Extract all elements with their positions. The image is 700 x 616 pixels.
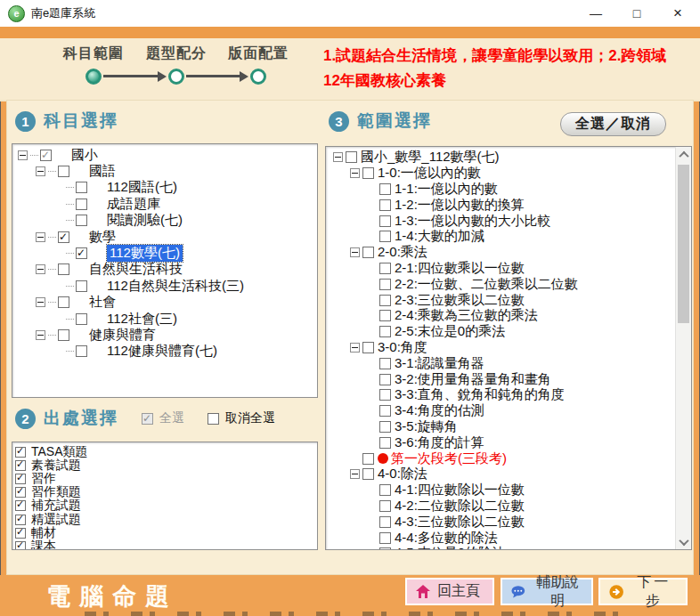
tree-checkbox[interactable] <box>76 215 87 226</box>
range-tree-row[interactable]: 第一次段考(三段考) <box>326 450 676 466</box>
tree-label[interactable]: 閱讀測驗(七) <box>107 212 183 229</box>
expand-toggle-icon[interactable] <box>350 247 360 257</box>
subject-tree-row[interactable]: 閱讀測驗(七) <box>12 213 317 229</box>
tree-label[interactable]: 2-5:末位是0的乘法 <box>395 323 505 340</box>
tree-checkbox[interactable] <box>40 150 52 161</box>
source-checkbox[interactable] <box>15 447 26 458</box>
range-tree-row[interactable]: 3-2:使用量角器量角和畫角 <box>326 371 676 387</box>
tree-checkbox[interactable] <box>379 231 391 242</box>
tree-checkbox[interactable] <box>76 247 87 259</box>
range-tree-row[interactable]: 2-3:三位數乘以二位數 <box>326 292 676 308</box>
source-list-item[interactable]: 素養試題 <box>12 458 317 472</box>
subject-tree-row[interactable]: 自然與生活科技 <box>12 262 317 278</box>
tree-label[interactable]: 4-3:三位數除以二位數 <box>395 514 525 531</box>
range-tree-row[interactable]: 4-2:二位數除以二位數 <box>326 498 676 515</box>
subject-tree-row[interactable]: 112健康與體育(七) <box>12 344 317 360</box>
tree-checkbox[interactable] <box>346 151 357 163</box>
tree-checkbox[interactable] <box>58 263 69 275</box>
range-tree-row[interactable]: 4-1:四位數除以一位數 <box>326 482 676 498</box>
range-tree-row[interactable]: 4-0:除法 <box>326 466 676 482</box>
tree-label[interactable]: 4-2:二位數除以二位數 <box>395 498 525 515</box>
tree-checkbox[interactable] <box>362 453 374 465</box>
maximize-button[interactable]: □ <box>616 0 657 27</box>
subject-tree-row[interactable]: 112自然與生活科技(三) <box>12 278 317 294</box>
tree-label[interactable]: 3-1:認識量角器 <box>395 355 484 372</box>
tree-checkbox[interactable] <box>379 215 391 227</box>
source-checkbox[interactable] <box>15 515 26 525</box>
tree-checkbox[interactable] <box>379 374 391 385</box>
tree-checkbox[interactable] <box>379 183 391 195</box>
expand-toggle-icon[interactable] <box>18 150 28 160</box>
tree-checkbox[interactable] <box>76 345 87 357</box>
source-list-item[interactable]: 輔材 <box>12 526 317 539</box>
expand-toggle-icon[interactable] <box>36 166 45 176</box>
range-tree-row[interactable]: 3-1:認識量角器 <box>326 355 676 371</box>
expand-toggle-icon[interactable] <box>36 330 45 340</box>
source-checkbox[interactable] <box>15 487 26 498</box>
tree-label[interactable]: 自然與生活科技 <box>89 261 183 278</box>
tree-label[interactable]: 112社會(三) <box>107 311 177 328</box>
tree-label[interactable]: 1-0:一億以內的數 <box>378 165 481 182</box>
tree-checkbox[interactable] <box>58 296 69 308</box>
range-tree-row[interactable]: 4-5:末位是0的除法 <box>326 546 676 550</box>
tree-label[interactable]: 3-2:使用量角器量角和畫角 <box>395 371 551 388</box>
select-all-toggle-button[interactable]: 全選／取消 <box>560 112 666 136</box>
subject-tree-row[interactable]: 112社會(三) <box>12 311 317 327</box>
scrollbar-down-icon[interactable] <box>676 534 691 549</box>
tree-label[interactable]: 3-6:角度的計算 <box>395 434 484 451</box>
tree-label[interactable]: 112健康與體育(七) <box>107 343 217 360</box>
tree-checkbox[interactable] <box>379 500 391 512</box>
tree-checkbox[interactable] <box>379 405 391 417</box>
subject-tree-row[interactable]: 數學 <box>12 229 317 245</box>
tree-checkbox[interactable] <box>362 247 374 258</box>
expand-toggle-icon[interactable] <box>36 297 45 307</box>
tree-label[interactable]: 4-1:四位數除以一位數 <box>395 482 525 498</box>
tree-label[interactable]: 健康與體育 <box>89 327 156 344</box>
expand-toggle-icon[interactable] <box>333 152 343 162</box>
tree-label[interactable]: 112數學(七) <box>107 245 183 262</box>
tree-checkbox[interactable] <box>379 484 391 496</box>
subject-tree-row[interactable]: 健康與體育 <box>12 327 317 343</box>
tree-checkbox[interactable] <box>379 437 391 449</box>
tree-checkbox[interactable] <box>362 468 374 480</box>
range-tree-row[interactable]: 2-4:乘數為三位數的乘法 <box>326 308 676 324</box>
expand-toggle-icon[interactable] <box>36 264 45 274</box>
scrollbar-thumb[interactable] <box>678 165 689 323</box>
tree-checkbox[interactable] <box>379 310 391 321</box>
subject-tree-row[interactable]: 社會 <box>12 295 317 311</box>
tree-label[interactable]: 4-5:末位是0的除法 <box>395 545 505 550</box>
tree-label[interactable]: 3-4:角度的估測 <box>395 402 484 419</box>
select-all-checkbox-group[interactable]: 全選 <box>142 410 184 426</box>
subject-tree-row[interactable]: 112數學(七) <box>12 245 317 261</box>
tree-checkbox[interactable] <box>76 199 87 210</box>
tree-label[interactable]: 2-3:三位數乘以二位數 <box>395 292 525 309</box>
range-tree-row[interactable]: 3-5:旋轉角 <box>326 419 676 435</box>
range-tree-row[interactable]: 3-0:角度 <box>326 340 676 356</box>
tree-label[interactable]: 2-4:乘數為三位數的乘法 <box>395 307 538 324</box>
source-checkbox[interactable] <box>15 541 26 550</box>
close-button[interactable]: × <box>657 0 698 27</box>
deselect-all-checkbox[interactable] <box>208 413 219 425</box>
expand-toggle-icon[interactable] <box>350 343 360 353</box>
minimize-button[interactable]: — <box>575 0 616 27</box>
range-tree-row[interactable]: 3-4:角度的估測 <box>326 403 676 419</box>
source-list-item[interactable]: 課本 <box>12 539 317 550</box>
tree-checkbox[interactable] <box>379 326 391 337</box>
tree-checkbox[interactable] <box>76 313 87 325</box>
tree-label[interactable]: 社會 <box>89 294 116 311</box>
tree-checkbox[interactable] <box>379 358 391 369</box>
tree-checkbox[interactable] <box>379 421 391 433</box>
source-checkbox[interactable] <box>15 500 26 511</box>
tree-checkbox[interactable] <box>362 342 374 353</box>
tree-checkbox[interactable] <box>379 199 391 211</box>
expand-toggle-icon[interactable] <box>36 232 45 242</box>
range-tree-row[interactable]: 1-2:一億以內數的換算 <box>326 197 676 213</box>
expand-toggle-icon[interactable] <box>350 469 360 479</box>
range-tree-row[interactable]: 2-2:一位數、二位數乘以二位數 <box>326 276 676 292</box>
scrollbar[interactable] <box>675 147 691 549</box>
tree-checkbox[interactable] <box>379 279 391 290</box>
subject-tree-row[interactable]: 國語 <box>12 163 317 179</box>
help-button[interactable]: 輔助說明 <box>501 578 593 605</box>
tree-label[interactable]: 2-1:四位數乘以一位數 <box>395 260 525 277</box>
tree-label[interactable]: 數學 <box>89 229 116 246</box>
